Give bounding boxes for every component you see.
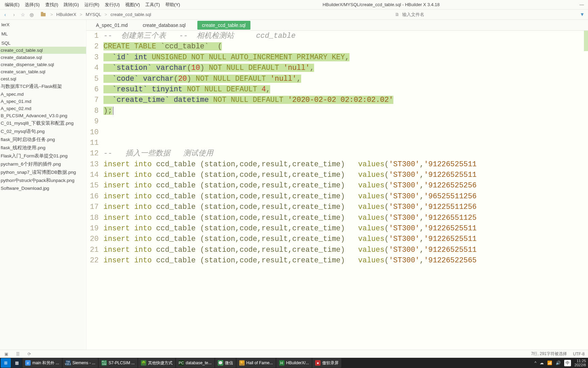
- sidebar-item[interactable]: Flask入门_Form表单提交01.png: [0, 152, 86, 160]
- menu-help[interactable]: 帮助(Y): [163, 0, 183, 9]
- clock[interactable]: 11:25 2022/8: [574, 359, 586, 367]
- sidebar-item[interactable]: flask_线程池使用.png: [0, 144, 86, 152]
- taskbar-item[interactable]: ●傲软录屏: [312, 358, 341, 368]
- sync-icon[interactable]: ⟳: [27, 352, 32, 356]
- ime-indicator[interactable]: 中: [564, 360, 571, 366]
- sidebar-item[interactable]: B_PLCSIM_Advanced_V3.0.png: [0, 112, 86, 119]
- code-content[interactable]: -- 创建第三个表 -- 相机检测站 ccd_tableCREATE TABLE…: [102, 31, 588, 350]
- taskbar-item[interactable]: PCdatabase_te...: [176, 358, 214, 368]
- crumb-root[interactable]: HBuilderX: [56, 12, 77, 17]
- taskbar-item[interactable]: TIAV15.1Siemens - ...: [63, 358, 98, 368]
- menu-select[interactable]: 选择(S): [22, 0, 42, 9]
- tab[interactable]: A_spec_01.md: [93, 21, 131, 29]
- taskbar: ⊞ ▦ emain 和另外 ...TIAV15.1Siemens - ...PL…: [0, 358, 588, 368]
- sidebar-item[interactable]: create_scan_table.sql: [0, 68, 86, 75]
- start-button[interactable]: ⊞: [1, 358, 11, 368]
- menu-edit[interactable]: 编辑(E): [2, 0, 22, 9]
- menu-publish[interactable]: 发行(U): [102, 0, 122, 9]
- sidebar-item[interactable]: C_01_mysql8_下载安装和配置.png: [0, 119, 86, 127]
- menu-goto[interactable]: 跳转(G): [61, 0, 82, 9]
- tab-active[interactable]: create_ccd_table.sql: [197, 21, 250, 30]
- taskbar-item[interactable]: 🏆Hall of Fame...: [236, 358, 276, 368]
- forward-icon[interactable]: ›: [11, 12, 17, 17]
- menu-run[interactable]: 运行(R): [82, 0, 102, 9]
- sidebar-item[interactable]: SQL: [0, 40, 86, 47]
- task-search[interactable]: ▦: [12, 358, 22, 368]
- window-title: HBuilderX/MYSQL/create_ccd_table.sql - H…: [183, 2, 579, 7]
- crumb-file[interactable]: create_ccd_table.sql: [111, 12, 151, 17]
- sidebar-item[interactable]: lerX: [0, 21, 86, 28]
- tray-wifi-icon[interactable]: 📶: [547, 361, 552, 365]
- sidebar-item[interactable]: A_spec_02.md: [0, 105, 86, 112]
- sidebar-item[interactable]: 与数据库TCP通讯--Flask框架: [0, 82, 86, 91]
- menu-find[interactable]: 查找(I): [43, 0, 61, 9]
- target-icon[interactable]: ◎: [29, 12, 35, 17]
- taskbar-item[interactable]: HHBuilderX/...: [276, 358, 312, 368]
- menubar: 编辑(E) 选择(S) 查找(I) 跳转(G) 运行(R) 发行(U) 视图(V…: [0, 0, 588, 10]
- encoding-status[interactable]: UTF-8: [573, 352, 585, 356]
- tray-cloud-icon[interactable]: ☁: [540, 361, 544, 365]
- sidebar-item[interactable]: A_spec_01.md: [0, 98, 86, 105]
- back-icon[interactable]: ‹: [2, 12, 8, 17]
- tray-volume-icon[interactable]: 🔊: [556, 361, 561, 365]
- sidebar-item[interactable]: A_spec.md: [0, 91, 86, 98]
- sidebar-item[interactable]: Software_Download.jpg: [0, 185, 86, 192]
- system-tray[interactable]: ^ ☁ 📶 🔊 中 11:25 2022/8: [535, 359, 587, 367]
- sidebar-item[interactable]: pycharm_6个好用的插件.png: [0, 160, 86, 168]
- taskbar-item[interactable]: 💬微信: [215, 358, 236, 368]
- line-gutter: 12345678910111213141516171819202122: [86, 31, 102, 350]
- sidebar-item[interactable]: C_02_mysql语句.png: [0, 127, 86, 136]
- sidebar-item-active[interactable]: create_ccd_table.sql: [0, 47, 86, 54]
- taskbar-item[interactable]: emain 和另外 ...: [22, 358, 62, 368]
- crumb-folder[interactable]: MYSQL: [86, 12, 101, 17]
- menu-tools[interactable]: 工具(T): [143, 0, 163, 9]
- taskbar-item[interactable]: 🌳其他快捷方式: [138, 358, 175, 368]
- minimize-icon[interactable]: —: [579, 2, 584, 7]
- sidebar-item[interactable]: cest.sql: [0, 75, 86, 82]
- sidebar-item[interactable]: create_database.sql: [0, 54, 86, 61]
- statusbar: ▣ ☰ ⟳ 7行, 291字符被选择 UTF-8: [0, 350, 588, 358]
- sidebar-item[interactable]: flask_同时启动多任务.png: [0, 136, 86, 144]
- file-search-input[interactable]: [402, 12, 443, 17]
- sidebar: lerX ML SQL create_ccd_table.sql create_…: [0, 20, 86, 350]
- sidebar-item[interactable]: create_dispense_table.sql: [0, 61, 86, 68]
- sidebar-item[interactable]: ML: [0, 30, 86, 37]
- toolbar: ‹ › ☆ ◎ > HBuilderX > MYSQL > create_ccd…: [0, 10, 588, 20]
- terminal-icon[interactable]: ▣: [3, 352, 9, 356]
- code-editor[interactable]: 12345678910111213141516171819202122 -- 创…: [86, 31, 588, 350]
- list-icon[interactable]: ☰: [15, 352, 20, 356]
- selection-status: 7行, 291字符被选择: [531, 351, 567, 357]
- sidebar-item[interactable]: python中struck中pack和unpack.png: [0, 177, 86, 185]
- star-icon[interactable]: ☆: [20, 12, 26, 17]
- editor-tabs: A_spec_01.md create_database.sql create_…: [86, 20, 588, 31]
- filter-icon[interactable]: ▼: [579, 12, 585, 17]
- menu-view[interactable]: 视图(V): [122, 0, 143, 9]
- folder-icon: [41, 13, 46, 16]
- breadcrumb: > HBuilderX > MYSQL > create_ccd_table.s…: [41, 12, 151, 17]
- file-search-icon: 🗎: [395, 12, 399, 17]
- taskbar-item[interactable]: PLCSIMS7-PLCSIM ...: [99, 358, 137, 368]
- tab[interactable]: create_database.sql: [139, 21, 189, 29]
- minimap[interactable]: [584, 31, 588, 51]
- tray-chevron-icon[interactable]: ^: [535, 361, 537, 365]
- sidebar-item[interactable]: python_snap7_读写博图DB数据.png: [0, 168, 86, 177]
